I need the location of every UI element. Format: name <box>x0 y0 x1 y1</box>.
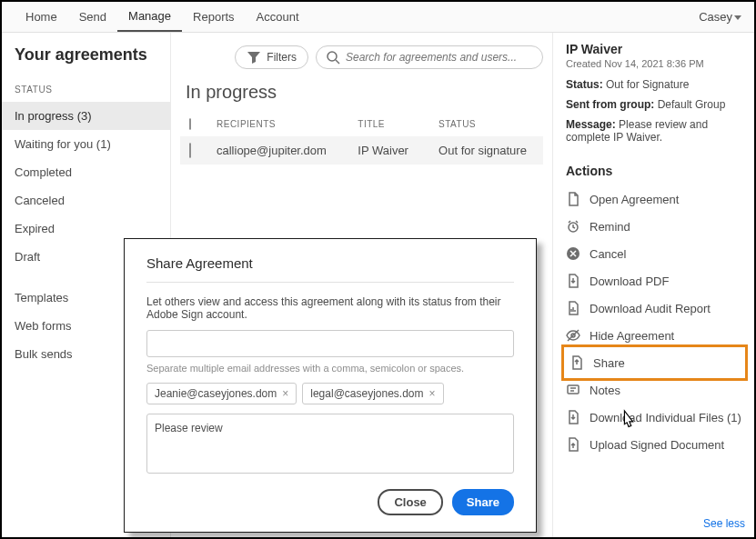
top-nav: Home Send Manage Reports Account Casey <box>2 2 754 33</box>
document-icon <box>566 192 580 206</box>
files-icon <box>566 410 580 424</box>
see-less-link[interactable]: See less <box>703 517 745 530</box>
action-label: Download PDF <box>590 274 669 288</box>
cell-status: Out for signature <box>438 144 539 157</box>
action-notes[interactable]: Notes <box>566 376 743 404</box>
nav-manage[interactable]: Manage <box>117 2 182 32</box>
actions-heading: Actions <box>566 164 743 178</box>
action-open[interactable]: Open Agreement <box>566 185 743 213</box>
action-label: Download Individual Files (1) <box>590 411 741 424</box>
action-cancel[interactable]: Cancel <box>566 240 743 267</box>
download-icon <box>566 274 580 288</box>
share-button[interactable]: Share <box>452 489 514 515</box>
nav-reports[interactable]: Reports <box>182 3 246 31</box>
detail-title: IP Waiver <box>566 42 743 56</box>
chip-text: legal@caseyjones.dom <box>310 387 423 400</box>
table-row[interactable]: calliope@jupiter.dom IP Waiver Out for s… <box>180 136 543 165</box>
email-input[interactable] <box>146 330 514 357</box>
filter-icon <box>247 50 261 65</box>
status-heading: STATUS <box>2 77 170 102</box>
action-label: Upload Signed Document <box>590 438 724 452</box>
email-chip[interactable]: Jeanie@caseyjones.dom× <box>146 383 297 404</box>
search-icon <box>326 50 340 65</box>
action-remind[interactable]: Remind <box>566 213 743 240</box>
user-name: Casey <box>699 10 732 24</box>
action-label: Share <box>593 356 625 370</box>
share-agreement-modal: Share Agreement Let others view and acce… <box>124 238 537 533</box>
action-audit[interactable]: Download Audit Report <box>566 294 743 322</box>
detail-created: Created Nov 14, 2021 8:36 PM <box>566 58 743 69</box>
sidebar-item-in-progress[interactable]: In progress (3) <box>2 102 170 130</box>
action-download-individual[interactable]: Download Individual Files (1) <box>566 404 743 431</box>
sidebar-item-canceled[interactable]: Canceled <box>2 186 170 215</box>
action-label: Cancel <box>590 247 626 261</box>
svg-rect-4 <box>568 385 579 394</box>
sidebar-item-waiting[interactable]: Waiting for you (1) <box>2 130 170 158</box>
action-label: Remind <box>590 220 630 234</box>
chip-remove-icon[interactable]: × <box>429 387 436 400</box>
search-input[interactable] <box>346 51 533 64</box>
table-header: RECIPIENTS TITLE STATUS <box>180 112 543 136</box>
detail-group: Sent from group: Default Group <box>566 98 743 111</box>
modal-title: Share Agreement <box>146 255 514 271</box>
detail-message: Message: Please review and complete IP W… <box>566 118 743 144</box>
select-all-checkbox[interactable] <box>189 118 191 130</box>
chevron-down-icon <box>734 15 741 20</box>
col-status: STATUS <box>438 119 539 129</box>
col-title: TITLE <box>358 119 438 129</box>
report-icon <box>566 301 580 315</box>
action-hide[interactable]: Hide Agreement <box>566 322 743 349</box>
action-share[interactable]: Share <box>566 349 743 376</box>
chip-remove-icon[interactable]: × <box>282 387 288 400</box>
sidebar-item-completed[interactable]: Completed <box>2 158 170 186</box>
col-recipients: RECIPIENTS <box>217 119 358 129</box>
action-label: Notes <box>590 384 620 397</box>
filters-label: Filters <box>267 51 297 64</box>
detail-panel: IP Waiver Created Nov 14, 2021 8:36 PM S… <box>552 33 754 537</box>
search-input-wrap[interactable] <box>316 45 543 69</box>
chip-text: Jeanie@caseyjones.dom <box>155 387 277 400</box>
action-upload[interactable]: Upload Signed Document <box>566 431 743 458</box>
section-title: In progress <box>186 82 543 103</box>
nav-send[interactable]: Send <box>68 3 117 31</box>
eye-off-icon <box>566 328 580 343</box>
nav-home[interactable]: Home <box>15 3 68 31</box>
message-textarea[interactable] <box>146 414 514 474</box>
clock-icon <box>566 219 580 234</box>
nav-account[interactable]: Account <box>246 3 310 31</box>
detail-status: Status: Out for Signature <box>566 78 743 91</box>
user-menu[interactable]: Casey <box>699 6 741 27</box>
row-checkbox[interactable] <box>189 143 191 158</box>
action-label: Download Audit Report <box>590 302 711 315</box>
email-chip[interactable]: legal@caseyjones.dom× <box>302 383 443 404</box>
action-label: Open Agreement <box>590 193 679 206</box>
action-download-pdf[interactable]: Download PDF <box>566 267 743 294</box>
modal-helper: Separate multiple email addresses with a… <box>146 363 514 374</box>
close-button[interactable]: Close <box>378 489 442 515</box>
upload-icon <box>566 437 580 452</box>
action-label: Hide Agreement <box>590 329 674 343</box>
filters-button[interactable]: Filters <box>235 45 308 69</box>
cell-title: IP Waiver <box>358 144 438 157</box>
svg-point-0 <box>328 52 337 61</box>
cell-recipient: calliope@jupiter.dom <box>217 144 358 157</box>
share-icon <box>570 355 584 370</box>
notes-icon <box>566 383 580 397</box>
modal-body: Let others view and access this agreemen… <box>146 295 514 321</box>
page-title: Your agreements <box>2 45 170 77</box>
cancel-icon <box>566 246 580 261</box>
